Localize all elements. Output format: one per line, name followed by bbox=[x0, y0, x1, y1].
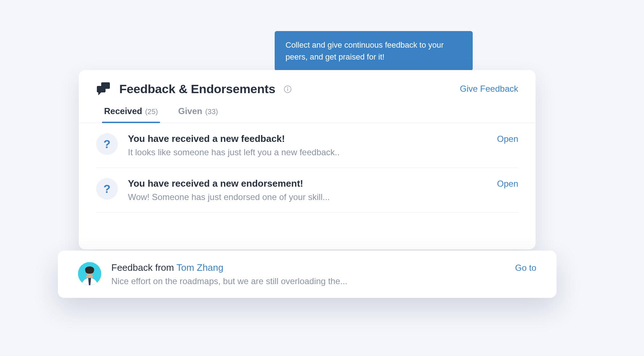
question-mark-icon: ? bbox=[103, 182, 111, 196]
list-item-title: You have received a new feedback! bbox=[128, 133, 487, 144]
panel-header: Feedback & Endorsements Give Feedback bbox=[79, 70, 536, 96]
highlighted-feedback-item[interactable]: Feedback from Tom Zhang Nice effort on t… bbox=[58, 251, 557, 298]
tab-given-label: Given bbox=[178, 106, 202, 116]
list-item[interactable]: ? You have received a new feedback! It l… bbox=[96, 123, 518, 168]
list-item-title: You have received a new endorsement! bbox=[128, 178, 487, 189]
list-item-subtitle: It looks like someone has just left you … bbox=[128, 147, 487, 157]
tab-given-count: (33) bbox=[205, 108, 218, 116]
svg-rect-5 bbox=[287, 88, 288, 91]
highlight-body: Feedback from Tom Zhang Nice effort on t… bbox=[111, 262, 505, 286]
question-badge: ? bbox=[96, 178, 118, 200]
open-button[interactable]: Open bbox=[497, 133, 518, 144]
person-link[interactable]: Tom Zhang bbox=[176, 262, 223, 273]
info-icon[interactable] bbox=[283, 85, 292, 94]
feedback-list: ? You have received a new feedback! It l… bbox=[79, 123, 536, 249]
header-left: Feedback & Endorsements bbox=[96, 82, 292, 96]
list-item-body: You have received a new feedback! It loo… bbox=[128, 133, 487, 157]
callout-tooltip: Collect and give continuous feedback to … bbox=[275, 31, 473, 71]
highlight-title: Feedback from Tom Zhang bbox=[111, 262, 505, 273]
go-to-button[interactable]: Go to bbox=[515, 262, 536, 273]
svg-point-4 bbox=[287, 87, 288, 88]
list-item[interactable]: ? You have received a new endorsement! W… bbox=[96, 168, 518, 213]
callout-text: Collect and give continuous feedback to … bbox=[285, 40, 444, 61]
avatar bbox=[78, 262, 101, 285]
open-button[interactable]: Open bbox=[497, 178, 518, 189]
question-badge: ? bbox=[96, 133, 118, 155]
tab-received-label: Received bbox=[104, 106, 142, 116]
question-mark-icon: ? bbox=[103, 138, 111, 151]
chat-bubbles-icon bbox=[96, 82, 112, 96]
list-item-subtitle: Wow! Someone has just endorsed one of yo… bbox=[128, 192, 487, 202]
highlight-subtitle: Nice effort on the roadmaps, but we are … bbox=[111, 276, 505, 286]
highlight-prefix: Feedback from bbox=[111, 262, 176, 273]
list-item-body: You have received a new endorsement! Wow… bbox=[128, 178, 487, 202]
tab-received-count: (25) bbox=[145, 108, 158, 116]
tabs: Received (25) Given (33) bbox=[79, 96, 536, 123]
panel-title: Feedback & Endorsements bbox=[119, 82, 275, 96]
tab-received[interactable]: Received (25) bbox=[104, 106, 158, 123]
svg-marker-2 bbox=[98, 92, 102, 95]
spacer bbox=[96, 213, 518, 245]
give-feedback-button[interactable]: Give Feedback bbox=[460, 84, 518, 94]
tab-given[interactable]: Given (33) bbox=[178, 106, 218, 123]
svg-rect-1 bbox=[97, 86, 106, 92]
feedback-panel: Feedback & Endorsements Give Feedback Re… bbox=[79, 70, 536, 249]
